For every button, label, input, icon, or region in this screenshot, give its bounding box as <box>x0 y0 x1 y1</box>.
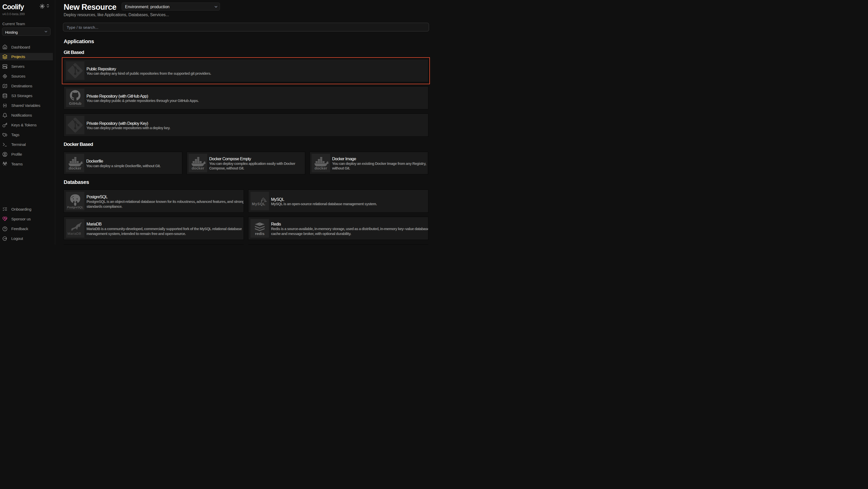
svg-text:MySQL: MySQL <box>252 202 266 206</box>
svg-text:GitHub: GitHub <box>69 102 81 106</box>
svg-text:MariaDB: MariaDB <box>67 232 81 235</box>
svg-text:redis: redis <box>255 231 265 236</box>
svg-text:docker: docker <box>68 166 81 170</box>
svg-text:docker: docker <box>191 166 204 170</box>
svg-text:docker: docker <box>314 166 327 170</box>
svg-text:PostgreSQL: PostgreSQL <box>67 205 84 209</box>
